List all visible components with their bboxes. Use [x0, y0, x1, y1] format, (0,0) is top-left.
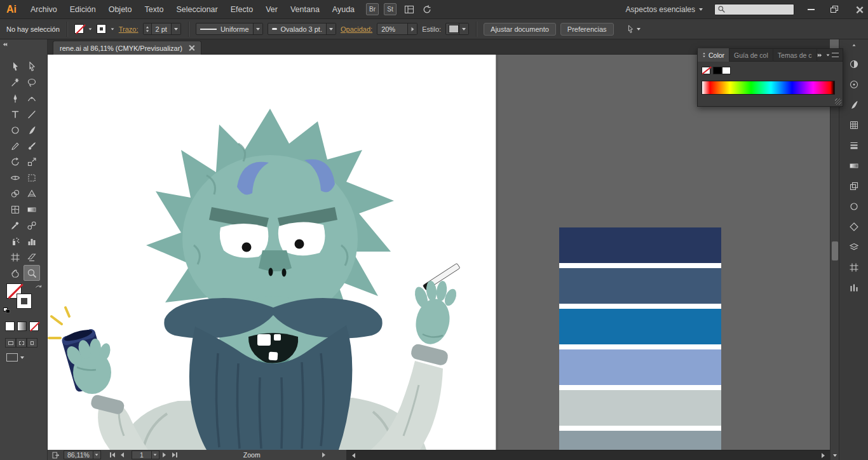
- stroke-weight-spinner[interactable]: [144, 24, 152, 34]
- ellipse-tool[interactable]: [7, 122, 24, 138]
- scale-tool[interactable]: [24, 154, 40, 170]
- stroke-weight-dropdown[interactable]: [171, 24, 180, 34]
- color-spectrum[interactable]: [702, 81, 835, 95]
- draw-behind-button[interactable]: [16, 338, 27, 348]
- blend-tool[interactable]: [24, 217, 40, 233]
- stroke-swatch[interactable]: [97, 24, 106, 34]
- select-similar-icon[interactable]: [626, 25, 641, 34]
- vertical-scrollbar[interactable]: [830, 55, 839, 460]
- arrange-documents-icon[interactable]: [404, 4, 414, 15]
- artboards-panel-icon[interactable]: [847, 260, 861, 274]
- eyedropper-tool[interactable]: [7, 217, 24, 233]
- layers-panel-icon[interactable]: [847, 240, 861, 254]
- stroke-weight-combo[interactable]: 2 pt: [143, 23, 181, 35]
- slice-tool[interactable]: [24, 249, 40, 265]
- transparency-panel-icon[interactable]: [847, 179, 861, 193]
- palette-swatch[interactable]: [559, 390, 721, 426]
- swatches-panel-icon[interactable]: [847, 118, 861, 132]
- collapse-tools-icon[interactable]: [0, 39, 47, 50]
- selection-tool[interactable]: [7, 58, 24, 74]
- width-profile-combo[interactable]: Uniforme: [196, 23, 263, 35]
- stroke-dropdown-icon[interactable]: [111, 28, 114, 30]
- zoom-level-dropdown[interactable]: [93, 451, 100, 459]
- mesh-tool[interactable]: [7, 201, 24, 217]
- scroll-right-icon[interactable]: [818, 451, 828, 460]
- brush-dropdown[interactable]: [326, 24, 336, 34]
- blob-brush-tool[interactable]: [24, 138, 40, 154]
- column-graph-tool[interactable]: [24, 233, 40, 249]
- default-fill-stroke-icon[interactable]: [3, 308, 11, 314]
- status-options-icon[interactable]: [319, 450, 329, 459]
- color-guide-panel-icon[interactable]: [847, 78, 861, 91]
- share-icon[interactable]: [51, 451, 60, 459]
- tab-color-guide[interactable]: Guía de col: [729, 48, 773, 62]
- draw-normal-button[interactable]: [5, 338, 16, 348]
- last-artboard-button[interactable]: [170, 450, 180, 459]
- gradient-button[interactable]: [17, 321, 27, 331]
- opacity-dropdown[interactable]: [407, 24, 417, 34]
- bridge-button[interactable]: Br: [366, 3, 379, 15]
- expand-panels-icon[interactable]: [839, 39, 868, 51]
- white-color-chip[interactable]: [722, 67, 731, 74]
- menu-ver[interactable]: Ver: [259, 0, 284, 19]
- menu-archivo[interactable]: Archivo: [24, 0, 64, 19]
- curvature-tool[interactable]: [24, 90, 40, 106]
- search-field[interactable]: [714, 4, 794, 15]
- palette-swatch[interactable]: [559, 268, 721, 304]
- black-color-chip[interactable]: [713, 67, 722, 74]
- menu-objeto[interactable]: Objeto: [102, 0, 139, 19]
- free-transform-tool[interactable]: [24, 170, 40, 186]
- libraries-panel-icon[interactable]: [847, 281, 861, 295]
- zoom-level-combo[interactable]: 86,11%: [64, 450, 101, 459]
- stroke-panel-icon[interactable]: [847, 139, 861, 152]
- brushes-panel-icon[interactable]: [847, 98, 861, 112]
- more-tabs-icon[interactable]: [818, 53, 822, 58]
- fill-swatch[interactable]: [74, 24, 84, 34]
- line-segment-tool[interactable]: [24, 106, 40, 122]
- vertical-scrollbar-thumb[interactable]: [832, 241, 838, 260]
- search-input[interactable]: [728, 6, 791, 13]
- menu-ayuda[interactable]: Ayuda: [326, 0, 361, 19]
- fit-document-button[interactable]: Ajustar documento: [484, 23, 556, 36]
- brush-combo[interactable]: Ovalado 3 pt.: [268, 23, 336, 35]
- close-tab-icon[interactable]: [189, 45, 194, 51]
- draw-inside-button[interactable]: [27, 338, 37, 348]
- canvas[interactable]: [48, 55, 830, 450]
- none-color-chip[interactable]: [702, 67, 710, 74]
- scroll-left-icon[interactable]: [348, 451, 358, 460]
- palette-swatch[interactable]: [559, 431, 721, 450]
- none-button[interactable]: [29, 321, 39, 331]
- style-combo[interactable]: [445, 23, 469, 35]
- palette-swatch[interactable]: [559, 309, 721, 344]
- stroke-color-control[interactable]: [17, 294, 32, 309]
- first-artboard-button[interactable]: [107, 450, 118, 459]
- screen-mode-button[interactable]: [6, 353, 24, 362]
- palette-swatch[interactable]: [559, 349, 721, 385]
- hand-tool[interactable]: [7, 265, 24, 281]
- workspace-switcher[interactable]: Aspectos esenciales: [626, 5, 703, 14]
- fill-dropdown-icon[interactable]: [88, 28, 92, 30]
- close-button[interactable]: [854, 5, 864, 14]
- swap-fill-stroke-icon[interactable]: [34, 283, 43, 292]
- pencil-tool[interactable]: [7, 138, 24, 154]
- width-profile-dropdown[interactable]: [253, 24, 262, 34]
- scroll-down-icon[interactable]: [831, 451, 839, 460]
- width-tool[interactable]: [7, 170, 24, 186]
- zoom-tool[interactable]: [24, 265, 40, 281]
- opacity-link[interactable]: Opacidad:: [341, 25, 372, 33]
- palette-swatch[interactable]: [559, 227, 721, 263]
- menu-edicion[interactable]: Edición: [64, 0, 102, 19]
- perspective-grid-tool[interactable]: [24, 186, 40, 201]
- rotate-tool[interactable]: [7, 154, 24, 170]
- color-button[interactable]: [5, 321, 15, 331]
- artboard-tool[interactable]: [7, 249, 24, 265]
- restore-button[interactable]: [830, 5, 840, 14]
- tab-color[interactable]: Color: [698, 48, 729, 62]
- style-dropdown[interactable]: [459, 24, 468, 34]
- stroke-link[interactable]: Trazo:: [119, 25, 139, 33]
- paintbrush-tool[interactable]: [24, 122, 40, 138]
- artboard[interactable]: [48, 55, 496, 450]
- gradient-panel-icon[interactable]: [847, 159, 861, 173]
- menu-texto[interactable]: Texto: [139, 0, 170, 19]
- previous-artboard-button[interactable]: [118, 450, 128, 459]
